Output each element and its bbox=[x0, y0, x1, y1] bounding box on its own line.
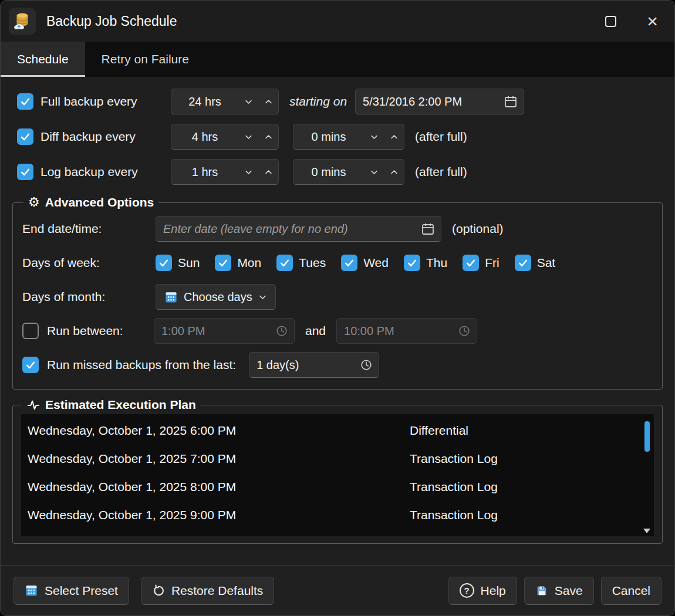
day-thu: Thu bbox=[404, 255, 447, 271]
day-sun: Sun bbox=[156, 255, 200, 271]
run-between-label-group: Run between: bbox=[22, 323, 154, 339]
day-wed-checkbox[interactable] bbox=[341, 255, 357, 271]
plan-row[interactable]: Wednesday, October 1, 2025 8:00 PM Trans… bbox=[21, 473, 654, 501]
end-date-field[interactable] bbox=[156, 216, 441, 242]
day-wed-label: Wed bbox=[363, 256, 389, 270]
chevron-down-icon[interactable] bbox=[238, 133, 258, 141]
check-icon bbox=[465, 257, 477, 269]
chevron-down-icon[interactable] bbox=[238, 97, 258, 106]
maximize-icon[interactable] bbox=[605, 16, 616, 27]
chevron-down-icon[interactable] bbox=[364, 133, 384, 141]
log-interval-spinner[interactable]: 1 hrs bbox=[171, 159, 279, 185]
full-interval-spinner[interactable]: 24 hrs bbox=[171, 89, 279, 114]
scrollbar-thumb[interactable] bbox=[644, 421, 650, 452]
calendar-grid-icon bbox=[164, 290, 178, 304]
select-preset-label: Select Preset bbox=[45, 584, 118, 598]
full-backup-checkbox[interactable] bbox=[17, 93, 33, 110]
footer-bar: Select Preset Restore Defaults ? Help bbox=[1, 565, 674, 615]
help-button[interactable]: ? Help bbox=[448, 577, 517, 605]
plan-row-datetime: Wednesday, October 1, 2025 9:00 PM bbox=[28, 508, 410, 522]
diff-interval-spinner[interactable]: 4 hrs bbox=[171, 124, 279, 150]
chevron-up-icon[interactable] bbox=[258, 168, 278, 177]
restore-defaults-button[interactable]: Restore Defaults bbox=[141, 577, 274, 605]
plan-row-type: Transaction Log bbox=[410, 480, 654, 494]
chevron-up-icon[interactable] bbox=[384, 133, 404, 141]
window-title: Backup Job Schedule bbox=[46, 13, 605, 29]
diff-offset-spinner[interactable]: 0 mins bbox=[293, 124, 404, 150]
start-date-input[interactable] bbox=[363, 95, 499, 109]
plan-row-type: Differential bbox=[410, 424, 654, 438]
chevron-up-icon[interactable] bbox=[258, 97, 278, 106]
save-button[interactable]: Save bbox=[524, 577, 594, 605]
log-offset-spinner[interactable]: 0 mins bbox=[293, 159, 404, 185]
advanced-options-title: Advanced Options bbox=[45, 195, 154, 209]
plan-row-datetime: Wednesday, October 1, 2025 8:00 PM bbox=[28, 480, 410, 494]
plan-row[interactable]: Wednesday, October 1, 2025 7:00 PM Trans… bbox=[21, 445, 654, 473]
diff-backup-label: Diff backup every bbox=[41, 130, 136, 144]
run-between-to-field[interactable] bbox=[336, 318, 477, 344]
run-between-from-input[interactable] bbox=[161, 324, 271, 338]
close-icon[interactable]: × bbox=[647, 12, 658, 31]
day-mon-checkbox[interactable] bbox=[215, 255, 231, 271]
calendar-icon[interactable] bbox=[504, 94, 518, 109]
execution-plan-title: Estimated Execution Plan bbox=[45, 398, 196, 412]
day-thu-checkbox[interactable] bbox=[404, 255, 420, 271]
chevron-down-icon bbox=[258, 293, 267, 302]
full-backup-label: Full backup every bbox=[41, 94, 137, 109]
clock-icon bbox=[458, 324, 471, 337]
day-fri-checkbox[interactable] bbox=[463, 255, 479, 271]
day-sat-label: Sat bbox=[537, 256, 556, 270]
day-sat-checkbox[interactable] bbox=[515, 255, 531, 271]
calendar-icon[interactable] bbox=[421, 222, 435, 236]
restore-icon bbox=[152, 584, 165, 597]
log-interval-value: 1 hrs bbox=[171, 165, 238, 179]
days-of-month-label: Days of month: bbox=[22, 290, 156, 304]
chevron-up-icon[interactable] bbox=[384, 168, 404, 177]
choose-days-label: Choose days bbox=[184, 290, 252, 304]
execution-plan-list[interactable]: Wednesday, October 1, 2025 6:00 PM Diffe… bbox=[21, 414, 654, 536]
plan-row[interactable]: Wednesday, October 1, 2025 6:00 PM Diffe… bbox=[21, 417, 654, 445]
day-mon: Mon bbox=[215, 255, 261, 271]
day-tues-checkbox[interactable] bbox=[276, 255, 293, 271]
log-offset-value: 0 mins bbox=[293, 165, 364, 179]
start-date-field[interactable] bbox=[355, 89, 524, 114]
run-between-to-input[interactable] bbox=[344, 324, 453, 338]
check-icon bbox=[406, 257, 418, 269]
run-missed-input[interactable] bbox=[256, 358, 355, 372]
save-floppy-icon bbox=[535, 584, 548, 597]
cancel-button[interactable]: Cancel bbox=[601, 577, 662, 605]
check-icon bbox=[517, 257, 529, 269]
days-of-week-row: Days of week: Sun Mon Tues Wed bbox=[22, 246, 653, 280]
log-backup-checkbox[interactable] bbox=[17, 164, 33, 180]
tab-retry-on-failure[interactable]: Retry on Failure bbox=[85, 42, 205, 77]
check-icon bbox=[158, 257, 170, 269]
day-fri-label: Fri bbox=[485, 256, 500, 270]
log-after-full-note: (after full) bbox=[415, 165, 467, 179]
day-sun-checkbox[interactable] bbox=[156, 255, 172, 271]
end-date-input[interactable] bbox=[163, 222, 416, 236]
scrollbar[interactable] bbox=[642, 417, 652, 534]
plan-row[interactable]: Wednesday, October 1, 2025 9:00 PM Trans… bbox=[21, 501, 654, 529]
chevron-down-icon[interactable] bbox=[238, 168, 258, 177]
starting-on-label: starting on bbox=[289, 94, 347, 109]
check-icon bbox=[19, 131, 31, 143]
select-preset-button[interactable]: Select Preset bbox=[14, 577, 129, 605]
run-between-checkbox[interactable] bbox=[22, 323, 39, 339]
diff-backup-checkbox[interactable] bbox=[17, 128, 33, 145]
chevron-up-icon[interactable] bbox=[258, 133, 278, 141]
chevron-down-icon[interactable] bbox=[364, 168, 384, 177]
gear-icon: ⚙ bbox=[28, 196, 40, 209]
choose-days-button[interactable]: Choose days bbox=[156, 284, 276, 310]
run-missed-field[interactable] bbox=[249, 352, 379, 378]
help-icon: ? bbox=[460, 583, 474, 598]
run-between-from-field[interactable] bbox=[154, 318, 295, 344]
help-label: Help bbox=[481, 584, 506, 598]
scroll-down-arrow-icon[interactable] bbox=[642, 529, 652, 533]
check-icon bbox=[19, 96, 31, 107]
titlebar: Backup Job Schedule × bbox=[1, 1, 674, 42]
days-of-week-label: Days of week: bbox=[22, 256, 156, 270]
plan-row-datetime: Wednesday, October 1, 2025 6:00 PM bbox=[28, 424, 410, 438]
tab-schedule[interactable]: Schedule bbox=[1, 42, 85, 77]
advanced-options-group: ⚙ Advanced Options End date/time: (optio… bbox=[12, 195, 663, 390]
run-missed-checkbox[interactable] bbox=[22, 357, 39, 373]
